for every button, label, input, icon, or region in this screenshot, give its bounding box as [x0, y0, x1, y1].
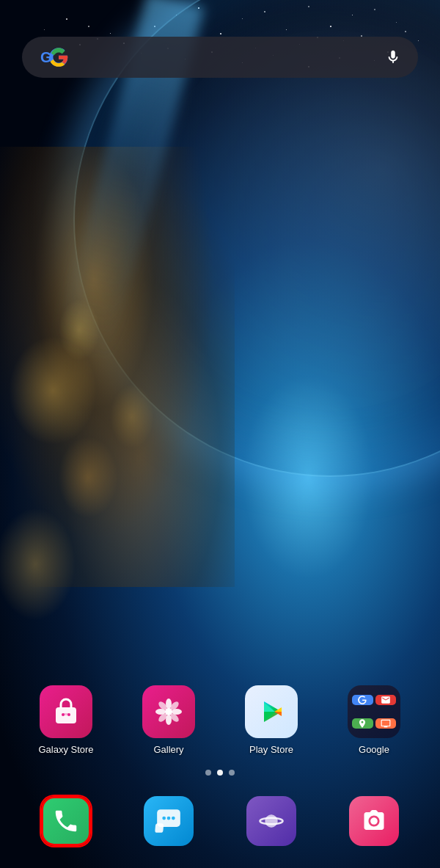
camera-icon — [361, 808, 387, 834]
search-bar[interactable]: G — [22, 37, 418, 78]
google-folder-icon — [348, 685, 400, 738]
home-screen: G — [0, 0, 440, 868]
google-g-colored — [48, 47, 69, 68]
gallery-label: Gallery — [153, 744, 183, 755]
phone-icon — [52, 807, 80, 835]
galaxy-store-label: Galaxy Store — [38, 744, 93, 755]
middle-spacer — [0, 92, 440, 685]
google-mini-4 — [375, 718, 397, 729]
app-grid: Galaxy Store Gallery — [0, 685, 440, 755]
galaxy-store-icon — [40, 685, 92, 738]
google-mini-2 — [375, 695, 397, 705]
messages-dock-icon — [144, 796, 194, 846]
google-mini-3 — [352, 718, 373, 729]
dock-item-camera[interactable] — [349, 796, 399, 846]
page-dots — [0, 770, 440, 776]
google-mini-1 — [352, 695, 373, 705]
dot-0[interactable] — [205, 770, 211, 776]
app-item-play-store[interactable]: Play Store — [231, 685, 312, 755]
dot-2[interactable] — [229, 770, 235, 776]
dock-item-browser[interactable] — [246, 796, 296, 846]
dock — [0, 787, 440, 868]
dock-item-phone[interactable] — [41, 796, 91, 846]
svg-point-22 — [265, 814, 277, 827]
app-item-galaxy-store[interactable]: Galaxy Store — [26, 685, 106, 755]
play-store-icon — [245, 685, 298, 738]
svg-rect-5 — [62, 713, 70, 715]
camera-dock-icon — [349, 796, 399, 846]
messages-icon — [155, 807, 183, 835]
browser-dock-icon — [246, 796, 296, 846]
app-item-google[interactable]: Google — [334, 685, 414, 755]
mic-icon — [385, 49, 401, 65]
app-item-gallery[interactable]: Gallery — [128, 685, 209, 755]
svg-point-19 — [167, 817, 171, 820]
google-label: Google — [359, 744, 389, 755]
dot-1[interactable] — [217, 770, 223, 776]
galaxy-store-icon-svg — [50, 696, 82, 728]
play-store-label: Play Store — [249, 744, 293, 755]
play-store-icon-svg — [255, 696, 287, 728]
dock-item-messages[interactable] — [144, 796, 194, 846]
mic-button[interactable] — [383, 47, 403, 68]
browser-icon — [257, 807, 285, 835]
svg-point-20 — [172, 817, 175, 820]
gallery-icon-svg — [153, 696, 185, 728]
gallery-icon — [142, 685, 195, 738]
search-bar-container: G — [0, 0, 440, 92]
phone-dock-icon — [41, 796, 91, 846]
svg-rect-17 — [155, 823, 164, 833]
svg-point-18 — [162, 817, 166, 820]
